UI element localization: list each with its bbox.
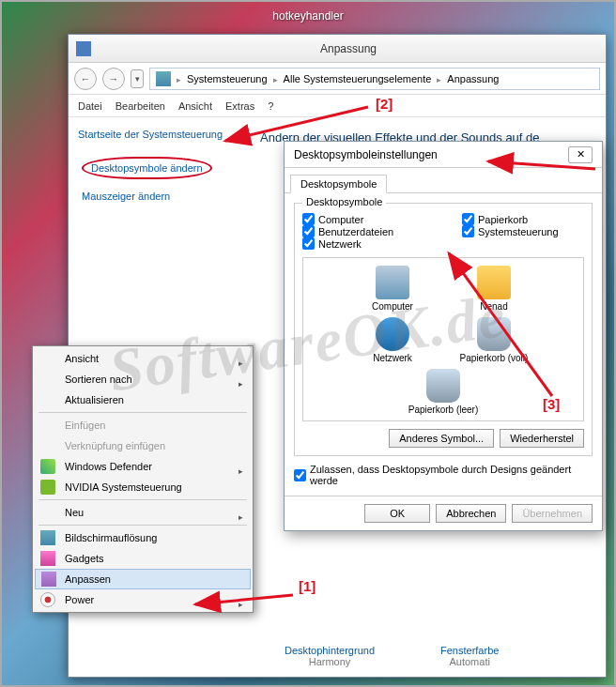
nv-icon [40, 480, 55, 495]
other-icon-button[interactable]: Anderes Symbol... [389, 429, 494, 448]
breadcrumb[interactable]: Systemsteuerung [187, 73, 268, 84]
shield-icon [40, 459, 55, 474]
check-network[interactable]: Netzwerk [302, 237, 424, 250]
check-recycle-bin[interactable]: Papierkorb [462, 213, 584, 225]
gd-icon [40, 551, 55, 566]
forward-button[interactable]: → [102, 68, 125, 90]
sidebar-link-desktop-icons[interactable]: Desktopsymbole ändern [78, 151, 238, 185]
group-desktop-icons: Desktopsymbole Computer Benutzerdateien … [294, 203, 593, 456]
dialog-titlebar: Desktopsymboleinstellungen ✕ [285, 142, 602, 168]
desktop-icons-dialog: Desktopsymboleinstellungen ✕ Desktopsymb… [284, 141, 603, 531]
ctx-item[interactable]: Gadgets [35, 548, 251, 569]
icon-bin-full[interactable]: Papierkorb (voll) [452, 317, 536, 363]
back-button[interactable]: ← [74, 68, 97, 90]
nav-bar: ← → ▾ Systemsteuerung Alle Systemsteueru… [69, 63, 606, 95]
ctx-item[interactable]: NVIDIA Systemsteuerung [35, 477, 251, 497]
icon-bin-empty[interactable]: Papierkorb (leer) [401, 369, 485, 415]
cancel-button[interactable]: Abbrechen [436, 504, 506, 523]
ctx-item[interactable]: Power [35, 589, 251, 610]
tab-desktop-icons[interactable]: Desktopsymbole [290, 175, 387, 193]
close-button[interactable]: ✕ [568, 146, 593, 163]
menu-bar: Datei Bearbeiten Ansicht Extras ? [69, 95, 606, 117]
ctx-item: Verknüpfung einfügen [35, 435, 251, 456]
allow-themes-check[interactable]: Zulassen, dass Desktopsymbole durch Desi… [294, 464, 593, 486]
menu-view[interactable]: Ansicht [178, 100, 212, 112]
menu-help[interactable]: ? [268, 100, 273, 112]
ctx-item: Einfügen [35, 415, 251, 435]
check-user-files[interactable]: Benutzerdateien [302, 225, 424, 237]
restore-button[interactable]: Wiederherstel [500, 429, 584, 448]
scr-icon [40, 530, 55, 545]
bottom-links: DesktophintergrundHarmony FensterfarbeAu… [285, 645, 596, 667]
ctx-item[interactable]: Sortieren nach [35, 369, 251, 389]
apply-button[interactable]: Übernehmen [512, 504, 593, 523]
icon-computer[interactable]: Computer [350, 266, 435, 312]
icon-preview-list: Computer Nenad Netzwerk Papierkorb (voll… [302, 257, 584, 421]
pers-icon [41, 572, 56, 587]
float-title: hotkeyhandler [272, 9, 343, 23]
address-bar[interactable]: Systemsteuerung Alle Systemsteuerungsele… [149, 68, 600, 90]
check-control-panel[interactable]: Systemsteuerung [462, 225, 584, 237]
ctx-item[interactable]: Bildschirmauflösung [35, 527, 251, 548]
link-background[interactable]: Desktophintergrund [285, 645, 375, 656]
pw-icon [40, 592, 55, 607]
ctx-item[interactable]: Aktualisieren [35, 389, 251, 410]
dialog-title: Desktopsymboleinstellungen [294, 148, 438, 161]
breadcrumb[interactable]: Anpassung [447, 73, 499, 84]
icon-network[interactable]: Netzwerk [350, 317, 435, 363]
menu-extras[interactable]: Extras [225, 100, 254, 112]
icon-user[interactable]: Nenad [452, 266, 536, 312]
sidebar-home[interactable]: Startseite der Systemsteuerung [78, 129, 238, 140]
ctx-item[interactable]: Anpassen [35, 569, 251, 589]
ctx-item[interactable]: Neu [35, 502, 251, 523]
check-computer[interactable]: Computer [302, 213, 424, 225]
sidebar-link-cursor[interactable]: Mauszeiger ändern [78, 185, 238, 207]
control-panel-icon [156, 71, 171, 86]
window-icon [76, 41, 91, 56]
menu-edit[interactable]: Bearbeiten [116, 100, 165, 112]
history-dropdown[interactable]: ▾ [131, 69, 144, 88]
desktop-context-menu: AnsichtSortieren nachAktualisierenEinfüg… [32, 345, 254, 613]
menu-file[interactable]: Datei [78, 100, 102, 112]
ctx-item[interactable]: Ansicht [35, 348, 251, 369]
titlebar: Anpassung [69, 35, 606, 63]
ctx-item[interactable]: Windows Defender [35, 456, 251, 477]
ok-button[interactable]: OK [364, 504, 430, 523]
link-window-color[interactable]: Fensterfarbe [440, 645, 499, 656]
window-title: Anpassung [99, 42, 598, 55]
breadcrumb[interactable]: Alle Systemsteuerungselemente [284, 73, 432, 84]
